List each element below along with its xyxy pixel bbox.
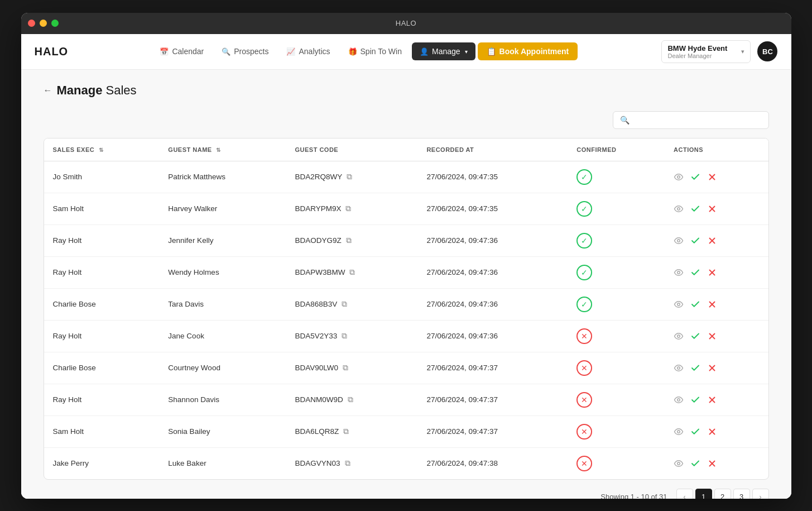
- close-button[interactable]: [28, 20, 35, 27]
- cell-actions: [665, 447, 768, 479]
- avatar[interactable]: BC: [757, 41, 777, 61]
- cell-guest-name: Courtney Wood: [159, 352, 286, 384]
- app-window: HALO HALO 📅 Calendar 🔍 Prospects 📈 Analy…: [21, 13, 791, 499]
- copy-icon[interactable]: ⧉: [342, 331, 347, 341]
- book-appointment-button[interactable]: 📋 Book Appointment: [478, 42, 578, 60]
- nav-prospects[interactable]: 🔍 Prospects: [214, 42, 276, 60]
- view-button[interactable]: [674, 172, 684, 182]
- deny-button[interactable]: [707, 459, 717, 469]
- cell-guest-code: BDA6LQR8Z ⧉: [286, 416, 417, 447]
- confirm-button[interactable]: [690, 172, 700, 182]
- cell-recorded-at: 27/06/2024, 09:47:36: [417, 320, 568, 352]
- cell-actions: [665, 256, 768, 288]
- col-confirmed: CONFIRMED: [568, 139, 665, 161]
- cell-confirmed: ✕: [568, 416, 665, 447]
- maximize-button[interactable]: [51, 20, 59, 27]
- confirm-button[interactable]: [690, 268, 700, 278]
- copy-icon[interactable]: ⧉: [343, 427, 349, 436]
- svg-point-0: [678, 175, 680, 178]
- table-row: Sam Holt Sonia Bailey BDA6LQR8Z ⧉ 27/06/…: [44, 416, 768, 447]
- svg-point-9: [678, 271, 680, 274]
- data-table: SALES EXEC ⇅ GUEST NAME ⇅ GUEST CODE: [44, 138, 769, 480]
- copy-icon[interactable]: ⧉: [345, 459, 350, 468]
- dealer-selector[interactable]: BMW Hyde Event Dealer Manager ▾: [661, 40, 751, 63]
- confirm-button[interactable]: [690, 395, 700, 405]
- deny-button[interactable]: [707, 395, 717, 405]
- sort-icon-sales-exec[interactable]: ⇅: [99, 147, 104, 153]
- minimize-button[interactable]: [40, 20, 47, 27]
- cell-confirmed: ✕: [568, 447, 665, 479]
- copy-icon[interactable]: ⧉: [345, 204, 351, 213]
- view-button[interactable]: [674, 268, 684, 278]
- confirm-button[interactable]: [690, 363, 700, 373]
- nav-manage[interactable]: 👤 Manage ▾: [412, 42, 475, 60]
- nav-spin-to-win[interactable]: 🎁 Spin To Win: [340, 42, 410, 60]
- cell-guest-name: Tara Davis: [159, 288, 286, 320]
- confirm-button[interactable]: [690, 299, 700, 309]
- view-button[interactable]: [674, 331, 684, 341]
- deny-button[interactable]: [707, 299, 717, 309]
- view-button[interactable]: [674, 427, 684, 437]
- status-denied-icon: ✕: [576, 360, 592, 376]
- view-button[interactable]: [674, 395, 684, 405]
- view-button[interactable]: [674, 236, 684, 246]
- search-icon: 🔍: [620, 116, 630, 125]
- cell-guest-code: BDA868B3V ⧉: [286, 288, 417, 320]
- confirm-button[interactable]: [690, 204, 700, 214]
- cell-recorded-at: 27/06/2024, 09:47:36: [417, 225, 568, 256]
- deny-button[interactable]: [707, 268, 717, 278]
- dealer-chevron-icon: ▾: [741, 48, 744, 55]
- copy-icon[interactable]: ⧉: [347, 172, 352, 182]
- page-prev-button[interactable]: ‹: [676, 489, 693, 499]
- deny-button[interactable]: [707, 204, 717, 214]
- page-title: Manage Sales: [57, 83, 137, 98]
- cell-guest-code: BDAODYG9Z ⧉: [286, 225, 417, 256]
- back-button[interactable]: ←: [44, 85, 52, 95]
- confirm-button[interactable]: [690, 236, 700, 246]
- col-guest-code: GUEST CODE: [286, 139, 417, 161]
- copy-icon[interactable]: ⧉: [346, 236, 352, 245]
- confirm-button[interactable]: [690, 331, 700, 341]
- cell-guest-name: Harvey Walker: [159, 193, 286, 225]
- page-2-button[interactable]: 2: [714, 489, 731, 499]
- view-button[interactable]: [674, 363, 684, 373]
- view-button[interactable]: [674, 204, 684, 214]
- deny-button[interactable]: [707, 236, 717, 246]
- main-nav: 📅 Calendar 🔍 Prospects 📈 Analytics 🎁 Spi…: [152, 42, 578, 60]
- table-row: Ray Holt Wendy Holmes BDAPW3BMW ⧉ 27/06/…: [44, 256, 768, 288]
- page-1-button[interactable]: 1: [695, 489, 712, 499]
- page-title-suffix: Sales: [106, 83, 137, 97]
- page-header: ← Manage Sales: [44, 83, 769, 98]
- deny-button[interactable]: [707, 172, 717, 182]
- cell-confirmed: ✕: [568, 320, 665, 352]
- copy-icon[interactable]: ⧉: [348, 395, 353, 404]
- page-next-button[interactable]: ›: [752, 489, 769, 499]
- cell-recorded-at: 27/06/2024, 09:47:35: [417, 193, 568, 225]
- cell-actions: [665, 288, 768, 320]
- deny-button[interactable]: [707, 427, 717, 437]
- deny-button[interactable]: [707, 331, 717, 341]
- chevron-down-icon: ▾: [465, 49, 468, 55]
- deny-button[interactable]: [707, 363, 717, 373]
- search-input[interactable]: [634, 116, 762, 124]
- status-confirmed-icon: ✓: [576, 201, 592, 217]
- copy-icon[interactable]: ⧉: [349, 268, 355, 277]
- confirm-button[interactable]: [690, 427, 700, 437]
- table-row: Jake Perry Luke Baker BDAGVYN03 ⧉ 27/06/…: [44, 447, 768, 479]
- nav-calendar-label: Calendar: [172, 47, 204, 56]
- nav-manage-label: Manage: [432, 47, 460, 56]
- sort-icon-guest-name[interactable]: ⇅: [216, 147, 221, 153]
- nav-calendar[interactable]: 📅 Calendar: [152, 42, 212, 60]
- view-button[interactable]: [674, 459, 684, 469]
- cell-guest-name: Wendy Holmes: [159, 256, 286, 288]
- book-appointment-label: Book Appointment: [499, 47, 569, 56]
- copy-icon[interactable]: ⧉: [343, 363, 348, 372]
- view-button[interactable]: [674, 299, 684, 309]
- svg-point-27: [678, 462, 680, 465]
- status-confirmed-icon: ✓: [576, 265, 592, 280]
- nav-analytics[interactable]: 📈 Analytics: [278, 42, 338, 60]
- copy-icon[interactable]: ⧉: [342, 299, 347, 309]
- search-container[interactable]: 🔍: [613, 111, 769, 129]
- page-3-button[interactable]: 3: [733, 489, 750, 499]
- confirm-button[interactable]: [690, 459, 700, 469]
